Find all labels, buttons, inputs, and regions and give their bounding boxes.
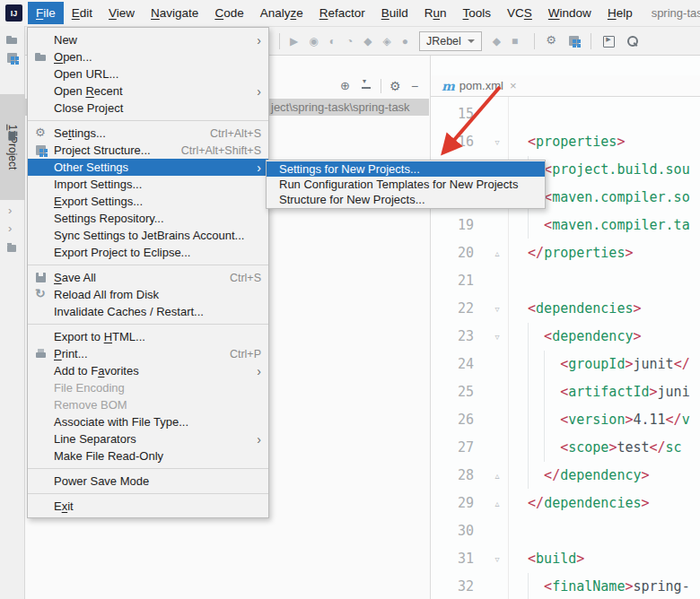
menu-vcs[interactable]: VCS — [499, 2, 540, 24]
fold-end-icon[interactable]: ▵ — [490, 462, 504, 490]
menu-item-file-encoding[interactable]: File Encoding — [28, 379, 268, 396]
xml-punct-token: > — [642, 467, 650, 483]
menu-item-settings[interactable]: Settings...Ctrl+Alt+S — [28, 125, 268, 142]
code-line[interactable] — [512, 100, 690, 128]
fold-end-icon[interactable]: ▵ — [490, 490, 504, 517]
jrebel-combobox[interactable]: JRebel — [419, 31, 482, 51]
code-line[interactable]: <dependency> — [512, 323, 690, 351]
code-line[interactable]: <version>4.11</v — [512, 406, 690, 434]
menu-item-line-separators[interactable]: Line Separators› — [28, 430, 268, 447]
fold-end-icon[interactable]: ▵ — [490, 239, 504, 267]
menu-item-invalidate-caches-restart[interactable]: Invalidate Caches / Restart... — [28, 303, 268, 320]
submenu-item-label: Run Configuration Templates for New Proj… — [279, 178, 518, 191]
menu-item-new[interactable]: New› — [28, 31, 268, 48]
menu-window[interactable]: Window — [540, 2, 599, 24]
gear-icon[interactable] — [389, 80, 402, 93]
menu-item-associate-with-file-type[interactable]: Associate with File Type... — [28, 413, 268, 430]
editor-tab-pomxml[interactable]: m pom.xml × — [431, 75, 526, 97]
code-line[interactable]: </dependencies> — [512, 490, 690, 517]
menu-tools[interactable]: Tools — [455, 2, 500, 24]
menu-item-exit[interactable]: Exit — [28, 498, 268, 515]
code-line[interactable]: <scope>test</sc — [512, 434, 690, 462]
menu-item-close-project[interactable]: Close Project — [28, 100, 268, 117]
stop-icon[interactable]: ■ — [506, 35, 523, 48]
other-settings-submenu: Settings for New Projects...Run Configur… — [266, 160, 546, 209]
menu-item-other-settings[interactable]: Other Settings› — [28, 159, 268, 176]
fold-start-icon[interactable]: ▿ — [490, 128, 504, 156]
settings-wrench-icon[interactable] — [545, 34, 558, 48]
code-line[interactable]: <build> — [512, 545, 690, 573]
menu-item-power-save-mode[interactable]: Power Save Mode — [28, 473, 268, 490]
menu-edit[interactable]: Edit — [64, 2, 101, 24]
sidebar-item-project[interactable]: 1: Project — [0, 94, 25, 200]
open-folder-icon[interactable] — [5, 33, 19, 47]
fold-start-icon[interactable]: ▿ — [490, 323, 504, 351]
fold-slot — [490, 351, 504, 378]
run-coverage-icon[interactable]: ◐ — [324, 35, 341, 48]
code-line[interactable]: <artifactId>juni — [512, 378, 690, 406]
code-line[interactable]: <maven.compiler.ta — [512, 212, 690, 239]
fold-start-icon[interactable]: ▿ — [490, 545, 504, 573]
menu-build[interactable]: Build — [373, 2, 416, 24]
menu-item-make-file-read-only[interactable]: Make File Read-Only — [28, 447, 268, 464]
gray-folder-icon[interactable] — [5, 241, 19, 255]
menu-item-print[interactable]: Print...Ctrl+P — [28, 345, 268, 362]
jrebel-agent-icon[interactable]: ◆ — [487, 35, 506, 48]
search-everywhere-icon[interactable] — [626, 34, 639, 48]
xml-tag-token: sc — [666, 439, 682, 456]
menu-item-reload-all-from-disk[interactable]: Reload All from Disk — [28, 286, 268, 303]
menu-item-open-url[interactable]: Open URL... — [28, 65, 268, 82]
fold-start-icon[interactable]: ▿ — [490, 295, 504, 323]
code-line[interactable]: </dependency> — [512, 462, 690, 490]
left-tool-stripe: 1: Project › › — [0, 26, 25, 599]
menu-item-import-settings[interactable]: Import Settings... — [28, 176, 268, 193]
menu-item-label: Line Separators — [54, 432, 136, 446]
code-line[interactable] — [512, 517, 690, 545]
menu-item-export-project-to-eclipse[interactable]: Export Project to Eclipse... — [28, 244, 268, 261]
run-icon[interactable]: ▶ — [284, 35, 303, 48]
menu-item-open[interactable]: Open... — [28, 48, 268, 65]
chevron-right-icon[interactable]: › — [8, 204, 12, 217]
menu-view[interactable]: View — [101, 2, 143, 24]
profiler-icon[interactable]: ◔ — [341, 35, 358, 48]
locate-icon[interactable] — [339, 80, 353, 93]
menu-code[interactable]: Code — [206, 2, 251, 24]
menu-run[interactable]: Run — [416, 2, 455, 24]
hide-icon[interactable] — [409, 80, 423, 93]
code-line[interactable] — [512, 267, 690, 295]
menu-item-open-recent[interactable]: Open Recent› — [28, 82, 268, 100]
submenu-item-run-configuration-templates-for-new-projects[interactable]: Run Configuration Templates for New Proj… — [267, 177, 545, 192]
menu-item-save-all[interactable]: Save AllCtrl+S — [28, 269, 268, 286]
code-line[interactable]: </properties> — [512, 239, 690, 267]
menu-item-add-to-favorites[interactable]: Add to Favorites› — [28, 362, 268, 379]
menu-navigate[interactable]: Navigate — [143, 2, 206, 24]
chevron-right-icon[interactable]: › — [8, 221, 12, 235]
submenu-item-settings-for-new-projects[interactable]: Settings for New Projects... — [267, 161, 545, 177]
project-structure-icon[interactable] — [567, 34, 581, 48]
menu-item-project-structure[interactable]: Project Structure...Ctrl+Alt+Shift+S — [28, 142, 268, 159]
menu-analyze[interactable]: Analyze — [252, 2, 311, 24]
jrebel-run-icon[interactable]: ◆ — [358, 35, 377, 48]
menu-item-settings-repository[interactable]: Settings Repository... — [28, 210, 268, 227]
jrebel-debug-icon[interactable]: ◈ — [377, 35, 396, 48]
menu-item-sync-settings-to-jetbrains-account[interactable]: Sync Settings to JetBrains Account... — [28, 227, 268, 244]
run-anything-icon[interactable] — [601, 34, 615, 48]
menu-refactor[interactable]: Refactor — [311, 2, 373, 24]
collapse-all-icon[interactable] — [360, 80, 373, 93]
menu-item-remove-bom[interactable]: Remove BOM — [28, 396, 268, 413]
menu-item-export-to-html[interactable]: Export to HTML... — [28, 328, 268, 345]
code-line[interactable]: <groupId>junit</ — [512, 351, 690, 378]
code-line[interactable]: <properties> — [512, 128, 690, 156]
close-icon[interactable]: × — [508, 79, 519, 92]
menu-file[interactable]: File — [28, 2, 64, 24]
debug-icon[interactable]: ◉ — [303, 35, 323, 48]
menu-item-export-settings[interactable]: Export Settings... — [28, 193, 268, 210]
submenu-arrow-icon: › — [257, 34, 261, 47]
line-number: 25 — [431, 378, 474, 406]
menu-help[interactable]: Help — [599, 2, 641, 24]
submenu-item-structure-for-new-projects[interactable]: Structure for New Projects... — [267, 192, 545, 207]
jrebel-remote-icon[interactable]: ● — [397, 35, 414, 48]
code-line[interactable]: <dependencies> — [512, 295, 690, 323]
structure-stripe-icon[interactable] — [5, 51, 19, 65]
code-line[interactable]: <finalName>spring- — [512, 573, 690, 599]
